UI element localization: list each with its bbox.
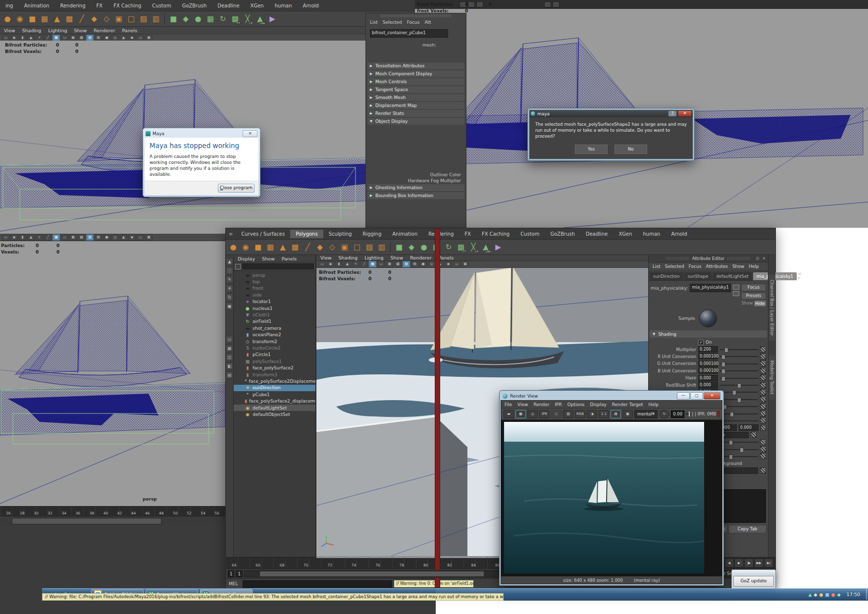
texture-map-button[interactable] [760,446,766,452]
menu-item[interactable]: Panels [439,255,454,260]
node-name-input[interactable]: mia_physicalsky1 [690,284,730,292]
attribute-slider[interactable] [720,354,758,359]
range-slider-d[interactable] [0,516,225,525]
panel-menu[interactable]: Panels [122,28,138,33]
panel-toolbar-icon[interactable]: ▭ [453,261,460,267]
shelf-icon[interactable]: ▲ [51,13,62,24]
shelf-tab[interactable]: Deadline [580,230,613,238]
shelf-icon[interactable]: ▥ [151,13,161,24]
shelf-icon[interactable]: ● [2,13,13,24]
texture-map-button[interactable] [760,417,766,423]
close-button[interactable]: ✕ [243,130,257,137]
panel-toolbar-icon[interactable]: ▨ [86,35,94,41]
render-toolbar-icon[interactable]: ◑ [587,410,597,418]
move-tool[interactable]: ✛ [226,285,233,292]
shelf-icon[interactable]: ╱ [76,13,87,24]
panel-toolbar-icon[interactable]: + [352,261,359,267]
close-program-button[interactable]: Close program [218,184,255,193]
panel-toolbar-icon[interactable]: ● [103,35,110,41]
connection-button[interactable] [751,432,757,438]
sidebar-tab[interactable]: Modeling Toolkit [769,356,775,400]
collapsed-section[interactable]: ▶Render Stats [367,110,464,117]
shelf-tab[interactable]: Arnold [298,1,324,10]
mel-label[interactable]: MEL [229,581,241,586]
outliner-item[interactable]: S nurbsCircle2 [234,345,315,351]
shelf-tab[interactable]: FX Caching [476,230,515,238]
panel-toolbar-icon[interactable]: ▮ [19,234,26,241]
panel-toolbar-icon[interactable]: ╱ [44,35,51,41]
exposure-slider[interactable] [686,413,690,414]
panel-toolbar-icon[interactable]: ▨ [86,234,94,241]
expanded-section[interactable]: ▼Object Display [367,118,464,125]
shelf-tab[interactable]: Rendering [54,1,91,10]
menu-item[interactable]: Help [648,402,659,407]
panel-toolbar-icon[interactable]: ▤ [95,234,102,241]
shelf-icon[interactable]: ▦ [205,13,216,24]
panel-toolbar-icon[interactable]: ▭ [318,261,326,267]
texture-map-button[interactable] [760,368,766,374]
panel-toolbar-icon[interactable]: ▣ [145,35,153,41]
outliner-item[interactable]: ◇ transform2 [234,338,315,345]
menu-item[interactable]: Selected [383,20,402,25]
outliner-item[interactable]: ▮ transform3 [234,371,315,378]
panel-toolbar-icon[interactable]: ▲ [27,234,35,241]
menu-item[interactable]: Att [424,20,431,25]
tray-icon[interactable]: ▲ [809,591,812,598]
texture-map-button[interactable] [760,410,766,416]
close-button[interactable]: ✕ [704,392,720,400]
panel-toolbar-icon[interactable]: ▤ [411,261,418,267]
layout-outliner[interactable]: ◧ [226,362,233,370]
texture-map-button[interactable] [760,404,766,409]
shelf-icon[interactable]: ■ [253,242,263,253]
shelf-tab[interactable]: Animation [18,1,54,10]
texture-map-button[interactable] [760,439,766,445]
attribute-slider[interactable] [720,439,758,445]
renderer-dropdown[interactable]: mental ray▼ [634,410,658,418]
outliner-item[interactable]: ↻ airField1 [234,318,315,325]
shelf-tab[interactable]: FX [91,1,108,10]
render-toolbar-icon[interactable]: ▨ [563,410,573,418]
panel-toolbar-icon[interactable]: ● [103,234,110,241]
scale-tool[interactable]: ▣ [226,303,233,310]
shelf-icon[interactable]: ▨ [138,13,149,24]
node-tab[interactable]: sunShape [684,272,712,280]
attribute-slider[interactable] [720,368,758,373]
shelf-tab[interactable]: Curves / Surfaces [236,230,290,238]
menu-item[interactable]: Show [391,255,404,260]
redo-render-icon[interactable]: ↻ [659,410,669,418]
rotate-tool[interactable]: ↻ [226,294,233,301]
render-image-area[interactable] [501,420,722,576]
shelf-icon[interactable]: ● [418,242,429,253]
shelf-icon[interactable]: ╳CP [468,242,479,253]
panel-toolbar-icon[interactable]: ▣ [461,261,469,267]
panel-drag-handle[interactable] [666,257,689,260]
collapsed-section[interactable]: ▶Bounding Box Information [367,192,464,199]
goz-update-button[interactable]: GoZ update [733,576,774,587]
attribute-slider[interactable] [720,375,758,381]
footer-button[interactable]: Copy Tab [728,525,766,533]
shelf-icon-arrow[interactable]: ▶ [493,242,504,253]
render-toolbar-icon[interactable]: IPR [539,410,550,418]
menu-item[interactable]: Options [567,402,585,407]
outliner-item[interactable]: ▮ face_polySurface2_displacement141 [234,398,315,404]
panel-drag-handle[interactable] [381,14,451,17]
panel-toolbar-icon[interactable]: ▣ [145,234,153,241]
shelf-icon[interactable]: ◆ [89,13,100,24]
goz-titlebar[interactable] [732,570,775,574]
shelf-icon[interactable]: □ [126,13,137,24]
tab-scroll-arrows[interactable]: ◀ ▶ [798,271,802,280]
panel-toolbar-icon[interactable]: ╱ [44,234,51,241]
panel-toolbar-icon[interactable]: ▭ [2,35,9,41]
panel-toolbar-icon[interactable]: ▮ [19,35,26,41]
shelf-icon[interactable]: ▩ [64,13,75,24]
shelf-icon[interactable]: ▦ [39,13,50,24]
shelf-tab[interactable]: human [269,1,298,10]
output-connection-icon[interactable] [733,291,739,296]
menu-item[interactable]: Render [533,402,549,407]
panel-toolbar-icon[interactable]: ▦ [52,234,60,241]
shelf-icon[interactable]: ▲ [277,242,288,253]
layout-four[interactable]: ▦ [226,345,233,352]
lasso-tool[interactable]: ◌ [226,267,233,274]
menu-item[interactable]: List [653,264,661,269]
menu-item[interactable]: Help [749,264,759,269]
